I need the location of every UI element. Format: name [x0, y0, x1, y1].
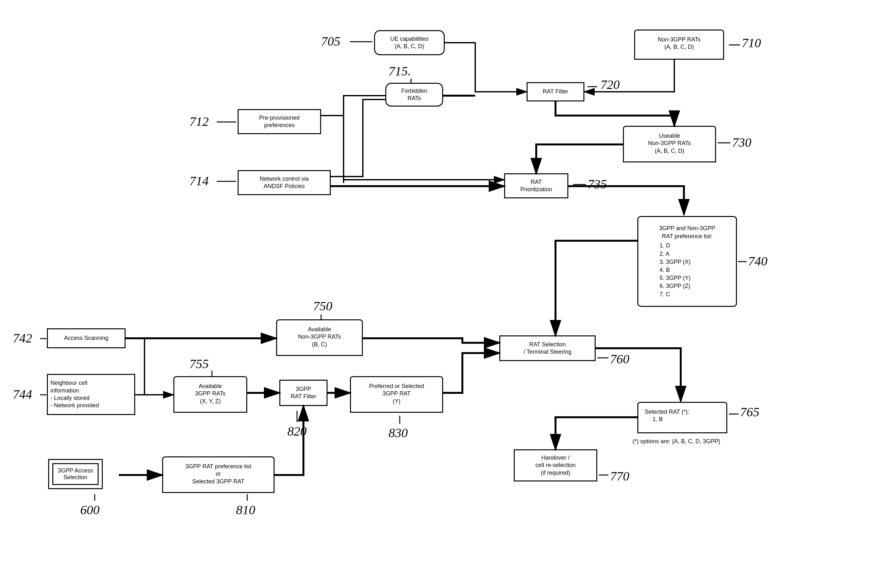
node-3gpp-pref-list: 3GPP RAT preference listorSelected 3GPP … — [162, 459, 275, 493]
text: 3GPP and Non-3GPP — [659, 225, 715, 231]
text: RAT Selection — [529, 341, 565, 348]
text: Available — [199, 383, 222, 389]
text: 3GPP RAT — [383, 390, 410, 397]
node-useable: UseableNon-3GPP RATs(A, B, C, D) — [623, 128, 716, 162]
text: 6. 3GPP (Z) — [659, 283, 690, 289]
text: Pre-provisioned — [259, 115, 300, 121]
text: or — [216, 471, 221, 477]
label-715: 715. — [389, 63, 411, 79]
label-730: 730 — [732, 135, 751, 150]
node-rat-sel: RAT Selection/ Terminal Steering — [499, 335, 596, 361]
node-andsf: Network control viaANDSF Policies — [237, 170, 331, 195]
text: 3GPP — [296, 386, 311, 392]
label-735: 735 — [588, 177, 607, 192]
text: Preferred or Selected — [369, 383, 424, 389]
node-rat-prio: RATPrioritization — [504, 173, 568, 198]
node-selected-note: (*) options are: {A, B, C, D, 3GPP} — [632, 438, 720, 445]
text: Selected 3GPP RAT — [192, 478, 244, 484]
label-740: 740 — [748, 254, 767, 268]
text: RATs — [407, 95, 421, 101]
label-830: 830 — [389, 425, 408, 440]
text: (if required) — [541, 470, 570, 476]
text: - Network provided — [50, 402, 99, 409]
text: cell re-selection — [535, 462, 575, 468]
node-non3gpp-rats: Non-3GPP RATs(A, B, C, D) — [634, 32, 724, 60]
text: Access Scanning — [64, 334, 108, 342]
text: UE capabilities — [390, 36, 428, 42]
text: RAT preference list: — [662, 233, 712, 239]
node-ue-capabilities: UE capabilities(A, B, C, D) — [374, 30, 445, 55]
label-820: 820 — [287, 424, 306, 439]
text: - Locally stored — [50, 395, 90, 401]
text: (X, Y, Z) — [200, 398, 221, 404]
text: (A, B, C, D) — [664, 44, 694, 50]
node-avail-3gpp: Available3GPP RATs(X, Y, Z) — [173, 379, 247, 413]
arrows-layer — [0, 0, 892, 588]
label-712: 712 — [189, 114, 209, 129]
label-742: 742 — [13, 331, 32, 346]
node-selected-rat: Selected RAT (*): 1. B — [637, 404, 727, 433]
node-access-scan: Access Scanning — [47, 328, 126, 348]
text: Handover / — [541, 454, 570, 461]
text: preferences — [264, 122, 294, 128]
node-pref-list: 3GPP and Non-3GPPRAT preference list: 1.… — [637, 218, 737, 304]
label-714: 714 — [189, 173, 209, 188]
text: Non-3GPP RATs — [658, 36, 700, 43]
text: Selection — [63, 474, 87, 480]
label-750: 750 — [313, 298, 332, 314]
text: 5. 3GPP (Y) — [659, 275, 691, 281]
label-600: 600 — [80, 502, 99, 518]
label-810: 810 — [236, 502, 255, 518]
text: (A, B, C, D) — [395, 43, 424, 50]
label-770: 770 — [610, 469, 629, 484]
text: RAT Filter — [291, 393, 316, 400]
text: 1. B — [645, 416, 663, 422]
text: information — [50, 387, 79, 394]
text: Prioritization — [520, 186, 552, 193]
node-forbidden: ForbiddenRATs — [385, 83, 443, 106]
label-744: 744 — [13, 387, 32, 402]
label-720: 720 — [601, 77, 620, 92]
text: Non-3GPP RATs — [298, 333, 341, 340]
text: 2. A — [659, 250, 670, 257]
text: Non-3GPP RATs — [648, 140, 691, 146]
node-pref-sel-3gpp: Preferred or Selected3GPP RAT(Y) — [350, 379, 443, 413]
node-3gpp-filter: 3GPPRAT Filter — [279, 380, 327, 406]
text: 7. C — [659, 291, 670, 297]
text: 3. 3GPP (X) — [659, 259, 691, 265]
text: ANDSF Policies — [264, 183, 305, 189]
text: Available — [308, 326, 331, 333]
text: Forbidden — [401, 88, 427, 94]
text: (A, B, C, D) — [655, 148, 684, 154]
node-rat-filter: RAT Filter — [527, 82, 584, 101]
node-preprovisioned: Pre-provisionedpreferences — [237, 109, 321, 134]
text: Network control via — [260, 176, 309, 182]
node-neighbour: Neighbour cellinformation- Locally store… — [47, 374, 135, 415]
text: RAT Filter — [543, 88, 568, 95]
text: 3GPP RATs — [195, 390, 225, 397]
text: RAT — [531, 179, 542, 185]
label-765: 765 — [740, 404, 759, 420]
text: Useable — [659, 132, 680, 139]
text: (Y) — [393, 398, 400, 404]
text: 1. D — [659, 242, 670, 249]
text: 4. B — [659, 267, 670, 273]
node-handover: Handover /cell re-selection(if required) — [514, 449, 597, 482]
node-avail-non3gpp: AvailableNon-3GPP RATs(B, C) — [276, 322, 363, 356]
label-705: 705 — [321, 34, 340, 49]
label-760: 760 — [610, 351, 629, 366]
text: (B, C) — [312, 341, 327, 348]
label-710: 710 — [742, 35, 761, 50]
text: Neighbour cell — [50, 380, 87, 386]
text: 3GPP RAT preference list — [185, 463, 251, 470]
text: Selected RAT (*): — [645, 409, 689, 415]
text: / Terminal Steering — [523, 349, 572, 355]
text: 3GPP Access — [58, 467, 93, 474]
label-755: 755 — [189, 356, 209, 371]
node-3gpp-access-sel: 3GPP AccessSelection — [48, 459, 103, 489]
